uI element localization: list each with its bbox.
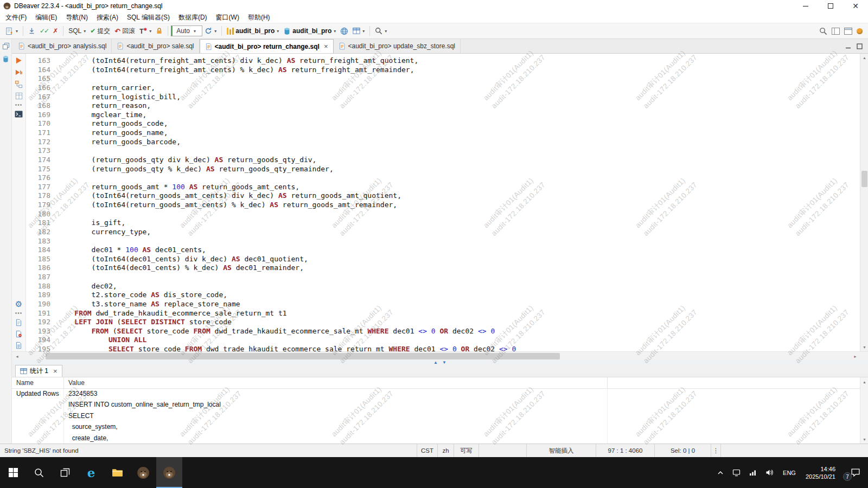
clear-status-icon[interactable]: ✗: [51, 26, 60, 36]
quick-search-icon[interactable]: [818, 26, 829, 36]
editor-tab[interactable]: <audit_bi_pro> analysis.sql: [13, 39, 112, 53]
more-actions-icon[interactable]: •••: [15, 104, 23, 107]
minimize-editor-icon[interactable]: [845, 43, 851, 49]
close-tab-icon[interactable]: ×: [324, 42, 328, 50]
tray-device-icon[interactable]: [728, 457, 745, 488]
scroll-up-icon[interactable]: ▲: [860, 54, 868, 62]
close-tab-icon[interactable]: ×: [53, 367, 58, 375]
scroll-down-icon[interactable]: ▼: [860, 343, 868, 351]
settings-gear-icon[interactable]: ⚙: [15, 300, 22, 308]
minimize-panel-icon[interactable]: ▼: [442, 361, 446, 365]
transaction-log-button[interactable]: T✱ ▾: [138, 26, 153, 36]
tab-statistics[interactable]: 统计 1 ×: [15, 365, 62, 377]
code-text: (return_goods_qty div k_dec) AS return_g…: [58, 156, 316, 164]
menu-item[interactable]: 编辑(E): [31, 12, 61, 23]
scroll-right-icon[interactable]: ►: [851, 352, 859, 361]
maximize-button[interactable]: [818, 0, 843, 12]
search-button[interactable]: ▾: [373, 26, 388, 36]
maximize-editor-icon[interactable]: [857, 43, 863, 49]
volume-icon[interactable]: [761, 457, 778, 488]
explain-plan-icon[interactable]: [15, 80, 23, 88]
more-panels-icon[interactable]: •••: [15, 312, 23, 315]
status-writable[interactable]: 可写: [454, 444, 478, 457]
column-header-value[interactable]: Value: [64, 377, 608, 388]
status-overflow-icon[interactable]: ⋮: [711, 444, 720, 457]
execute-statement-icon[interactable]: [15, 56, 23, 65]
editor-tab[interactable]: <audit_bi_pro> update_sbz_store.sql: [334, 39, 461, 53]
menu-item[interactable]: 文件(F): [1, 12, 31, 23]
menu-item[interactable]: SQL 编辑器(S): [123, 12, 174, 23]
database-selector[interactable]: audit_bi_pro ▾: [282, 26, 337, 36]
menu-item[interactable]: 数据库(D): [174, 12, 212, 23]
editor-tab[interactable]: <audit_bi_pro> sale.sql: [112, 39, 199, 53]
vertical-scroll-thumb[interactable]: [861, 171, 867, 187]
toolbar-separator: [23, 26, 23, 36]
scroll-up-icon[interactable]: ▲: [860, 378, 868, 386]
editor-tab[interactable]: <audit_bi_pro> return_change.sql×: [200, 39, 334, 53]
panel-vertical-scrollbar[interactable]: ▲ ▼: [860, 377, 868, 444]
status-timezone[interactable]: CST: [417, 444, 437, 457]
chevron-down-icon: ▾: [334, 29, 336, 34]
horizontal-scroll-thumb[interactable]: [46, 353, 560, 359]
menu-item[interactable]: 搜索(A): [92, 12, 123, 23]
menu-item[interactable]: 窗口(W): [212, 12, 244, 23]
editor-vertical-scrollbar[interactable]: ▲ ▼: [860, 54, 868, 351]
taskbar-search-button[interactable]: [26, 457, 52, 488]
status-language[interactable]: zh: [437, 444, 454, 457]
panel-log-icon[interactable]: [15, 330, 22, 338]
editor-horizontal-scrollbar[interactable]: ◄ ►: [12, 351, 868, 361]
open-terminal-icon[interactable]: [15, 111, 23, 118]
rollback-button[interactable]: ↶ 回滚: [113, 25, 137, 37]
menu-item[interactable]: 帮助(H): [244, 12, 275, 23]
status-insert-mode[interactable]: 智能插入: [526, 444, 596, 457]
lock-icon[interactable]: [154, 26, 164, 36]
globe-icon[interactable]: [339, 26, 350, 36]
new-sql-editor-button[interactable]: ▾: [4, 26, 20, 36]
table-row[interactable]: create_date,: [12, 433, 868, 444]
toolbar-separator: [369, 26, 370, 36]
fetch-all-rows-icon[interactable]: [27, 26, 37, 36]
validate-checks-icon[interactable]: ✓✓: [38, 26, 50, 36]
status-caret-position[interactable]: 97 : 1 : 4060: [596, 444, 654, 457]
table-row[interactable]: source_system,: [12, 422, 868, 433]
maximize-panel-icon[interactable]: ▲: [433, 361, 438, 365]
pro-badge-icon[interactable]: [855, 27, 864, 35]
show-hidden-icons-button[interactable]: [713, 457, 728, 488]
task-view-button[interactable]: [52, 457, 78, 488]
panel-output-icon[interactable]: [15, 319, 22, 326]
templates-icon[interactable]: [15, 92, 23, 100]
perspective-layout-icon[interactable]: [830, 27, 841, 36]
network-icon[interactable]: [745, 457, 761, 488]
line-number: 175: [26, 165, 58, 174]
start-button[interactable]: [0, 457, 26, 488]
taskbar-clock[interactable]: 14:46 2025/10/21: [800, 465, 841, 480]
action-center-button[interactable]: 7: [841, 457, 868, 488]
commit-button[interactable]: ✔ 提交: [88, 25, 112, 37]
restore-view-icon[interactable]: [2, 42, 10, 50]
dbeaver-taskbar-button-active[interactable]: [156, 457, 182, 488]
table-row[interactable]: SELECT: [12, 411, 868, 422]
menu-item[interactable]: 导航(N): [61, 12, 92, 23]
minimize-button[interactable]: [793, 0, 818, 12]
scroll-down-icon[interactable]: ▼: [860, 435, 868, 443]
dbeaver-taskbar-button[interactable]: [130, 457, 156, 488]
scroll-left-icon[interactable]: ◄: [13, 352, 21, 361]
refresh-button[interactable]: ▾: [203, 26, 218, 36]
sql-dropdown-button[interactable]: SQL ▾: [67, 26, 87, 36]
connection-selector[interactable]: audit_bi_pro ▾: [225, 26, 280, 36]
file-explorer-button[interactable]: [104, 457, 130, 488]
database-navigator-icon[interactable]: [2, 55, 9, 63]
panel-sash[interactable]: ▲ ▼: [12, 361, 868, 365]
transaction-mode-combo[interactable]: Auto ▾: [171, 25, 202, 36]
execute-script-icon[interactable]: [15, 68, 23, 76]
table-row[interactable]: INSERT INTO custom_online_sale_return_tm…: [12, 400, 868, 410]
result-grid-button[interactable]: ▾: [351, 26, 366, 36]
close-button[interactable]: ✕: [843, 0, 868, 12]
table-row[interactable]: Updated Rows23245853: [12, 389, 868, 400]
panel-variables-icon[interactable]: [15, 342, 22, 349]
input-language-indicator[interactable]: ENG: [778, 457, 800, 488]
internet-explorer-button[interactable]: e: [78, 457, 104, 488]
open-perspective-icon[interactable]: [843, 27, 854, 36]
sql-editor[interactable]: 163 (toInt64(return_freight_amt_cents) d…: [26, 54, 860, 351]
column-header-name[interactable]: Name: [12, 377, 64, 388]
